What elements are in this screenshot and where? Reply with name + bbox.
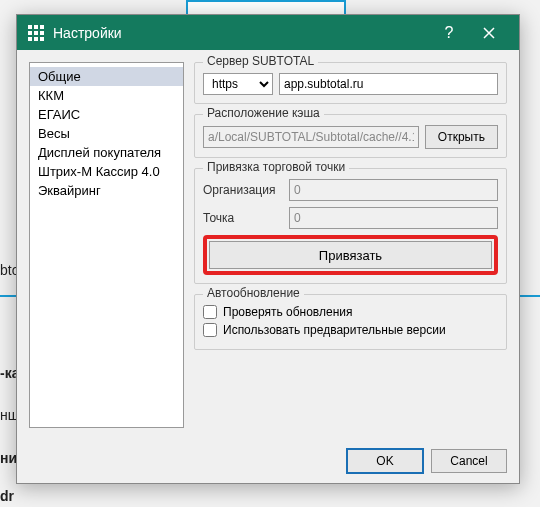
svg-rect-1	[34, 25, 38, 29]
org-label: Организация	[203, 183, 283, 197]
ok-button[interactable]: OK	[347, 449, 423, 473]
cache-group-title: Расположение кэша	[203, 106, 324, 120]
binding-group: Привязка торговой точки Организация Точк…	[194, 168, 507, 284]
sidebar-item-shtrih-m[interactable]: Штрих-М Кассир 4.0	[30, 162, 183, 181]
bg-text: ни	[0, 450, 17, 466]
protocol-select[interactable]: https	[203, 73, 273, 95]
host-input[interactable]	[279, 73, 498, 95]
org-input	[289, 179, 498, 201]
sidebar: Общие ККМ ЕГАИС Весы Дисплей покупателя …	[29, 62, 184, 428]
sidebar-item-customer-display[interactable]: Дисплей покупателя	[30, 143, 183, 162]
help-button[interactable]: ?	[429, 15, 469, 50]
svg-rect-8	[40, 37, 44, 41]
svg-rect-2	[40, 25, 44, 29]
pre-releases-label: Использовать предварительные версии	[223, 323, 446, 337]
check-updates-checkbox[interactable]	[203, 305, 217, 319]
sidebar-item-acquiring[interactable]: Эквайринг	[30, 181, 183, 200]
check-updates-label: Проверять обновления	[223, 305, 352, 319]
bind-button[interactable]: Привязать	[209, 241, 492, 269]
autoupdate-group-title: Автообновление	[203, 286, 304, 300]
app-icon	[27, 24, 45, 42]
point-input	[289, 207, 498, 229]
svg-rect-5	[40, 31, 44, 35]
svg-rect-6	[28, 37, 32, 41]
close-button[interactable]	[469, 15, 509, 50]
titlebar: Настройки ?	[17, 15, 519, 50]
svg-rect-4	[34, 31, 38, 35]
cache-group: Расположение кэша Открыть	[194, 114, 507, 158]
cache-path-input	[203, 126, 419, 148]
svg-rect-7	[34, 37, 38, 41]
pre-releases-row[interactable]: Использовать предварительные версии	[203, 323, 498, 337]
pre-releases-checkbox[interactable]	[203, 323, 217, 337]
check-updates-row[interactable]: Проверять обновления	[203, 305, 498, 319]
cancel-button[interactable]: Cancel	[431, 449, 507, 473]
sidebar-item-scales[interactable]: Весы	[30, 124, 183, 143]
bg-text: dr	[0, 488, 14, 504]
dialog-title: Настройки	[53, 25, 429, 41]
sidebar-item-kkm[interactable]: ККМ	[30, 86, 183, 105]
svg-rect-0	[28, 25, 32, 29]
point-label: Точка	[203, 211, 283, 225]
settings-dialog: Настройки ? Общие ККМ ЕГАИС Весы Дисплей…	[16, 14, 520, 484]
server-group: Сервер SUBTOTAL https	[194, 62, 507, 104]
svg-rect-3	[28, 31, 32, 35]
autoupdate-group: Автообновление Проверять обновления Испо…	[194, 294, 507, 350]
sidebar-item-general[interactable]: Общие	[30, 67, 183, 86]
server-group-title: Сервер SUBTOTAL	[203, 54, 318, 68]
sidebar-item-egais[interactable]: ЕГАИС	[30, 105, 183, 124]
open-cache-button[interactable]: Открыть	[425, 125, 498, 149]
binding-group-title: Привязка торговой точки	[203, 160, 349, 174]
